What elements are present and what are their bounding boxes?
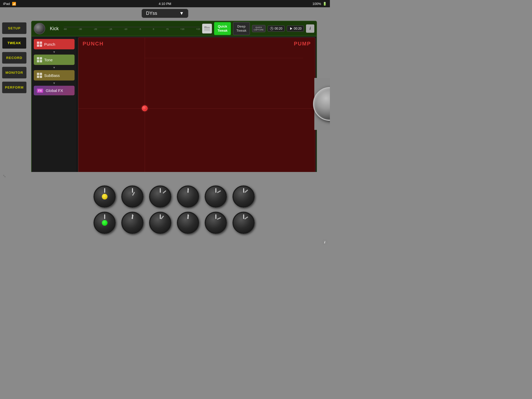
- time-badge-2[interactable]: 00:20: [287, 25, 304, 32]
- time-value-2: 00:20: [294, 27, 302, 30]
- grid-icon-punch: [37, 42, 42, 47]
- nav-record[interactable]: RECORD: [2, 52, 26, 64]
- nav-tweak[interactable]: TWEAK: [2, 37, 26, 49]
- status-right: 100% 🔋: [312, 2, 327, 6]
- folder-button[interactable]: [202, 24, 212, 34]
- tone-button[interactable]: Tone: [34, 55, 75, 65]
- subbass-button[interactable]: SubBass: [34, 70, 75, 81]
- status-left: iPad 📶: [3, 2, 16, 6]
- knob-7-tick: [104, 215, 105, 219]
- level-meter: [63, 27, 200, 27]
- subbass-arrow-icon: ▼: [53, 82, 56, 85]
- knob-9[interactable]: [149, 212, 171, 234]
- fx-badge: FX: [37, 89, 43, 93]
- pad-label-punch: PUNCH: [83, 41, 104, 47]
- grid-icon-subbass: [37, 73, 42, 78]
- quick-tweak-button[interactable]: QuickTweak: [214, 22, 231, 35]
- knob-8[interactable]: [121, 212, 143, 234]
- grid-icon-tone: [37, 57, 42, 62]
- knob-4[interactable]: [177, 185, 199, 208]
- preset-dropdown[interactable]: DYss ▼: [142, 9, 188, 18]
- subbass-label: SubBass: [44, 73, 60, 78]
- knob-6[interactable]: [232, 185, 255, 208]
- tone-label: Tone: [44, 58, 53, 62]
- time-value-1: 00:20: [275, 27, 282, 30]
- device-label: iPad: [3, 2, 10, 6]
- info-button[interactable]: i: [306, 24, 314, 33]
- punch-label: Punch: [44, 42, 55, 46]
- globalfx-button[interactable]: FX Global FX: [34, 86, 75, 95]
- level-scale: -60-30-20-15-10-50+5+10+15: [63, 28, 200, 30]
- knob-1-tick: [104, 189, 105, 193]
- punch-arrow-icon: ▼: [53, 50, 56, 54]
- right-knob-container: [314, 78, 330, 130]
- nav-monitor[interactable]: MONITOR: [2, 67, 26, 78]
- knob-row-2: [94, 212, 255, 234]
- tone-arrow-icon: ▼: [53, 66, 56, 69]
- quick-capture-button[interactable]: QUICKCAPTURE: [252, 25, 265, 32]
- plugin-header: Kick -60-30-20-15-10-50+5+10+15 QuickTwe…: [32, 21, 316, 36]
- screen-move-icon: ⤡: [3, 174, 6, 178]
- pad-control-dot[interactable]: [142, 105, 148, 111]
- main-knob[interactable]: [313, 87, 330, 121]
- info-corner-button[interactable]: i: [322, 239, 328, 245]
- dropdown-arrow-icon: ▼: [179, 11, 184, 16]
- knob-row-1: [94, 185, 255, 208]
- knob-10[interactable]: [177, 212, 199, 234]
- knob-12[interactable]: [232, 212, 255, 234]
- knob-3[interactable]: [149, 185, 171, 208]
- knob-11[interactable]: [205, 212, 227, 234]
- preset-name: DYss: [146, 11, 157, 16]
- kick-label: Kick: [47, 26, 61, 31]
- knob-1[interactable]: [94, 185, 116, 208]
- knob-2[interactable]: [121, 185, 143, 208]
- wifi-icon: 📶: [12, 2, 16, 6]
- battery-label: 100%: [312, 2, 321, 6]
- globalfx-label: Global FX: [46, 88, 63, 93]
- kick-thumbnail: [34, 23, 45, 34]
- bottom-knobs-area: [31, 172, 317, 247]
- knob-1-indicator: [102, 194, 108, 200]
- left-nav: SETUP TWEAK RECORD MONITOR PERFORM: [0, 21, 29, 95]
- knob-7[interactable]: [94, 212, 116, 234]
- pad-label-pump: PUMP: [294, 41, 311, 47]
- deep-tweak-button[interactable]: DeepTweak: [233, 22, 250, 35]
- svg-marker-3: [290, 27, 292, 30]
- time-badge-1[interactable]: 00:20: [268, 25, 285, 32]
- svg-line-2: [272, 29, 272, 29]
- nav-perform[interactable]: PERFORM: [2, 82, 26, 93]
- battery-icon: 🔋: [323, 2, 327, 6]
- status-bar: iPad 📶 4:10 PM 100% 🔋: [0, 0, 330, 7]
- knob-7-indicator: [102, 220, 108, 226]
- punch-button[interactable]: Punch: [34, 39, 75, 49]
- knob-5[interactable]: [205, 185, 227, 208]
- status-time: 4:10 PM: [159, 2, 171, 6]
- nav-setup[interactable]: SETUP: [2, 22, 26, 34]
